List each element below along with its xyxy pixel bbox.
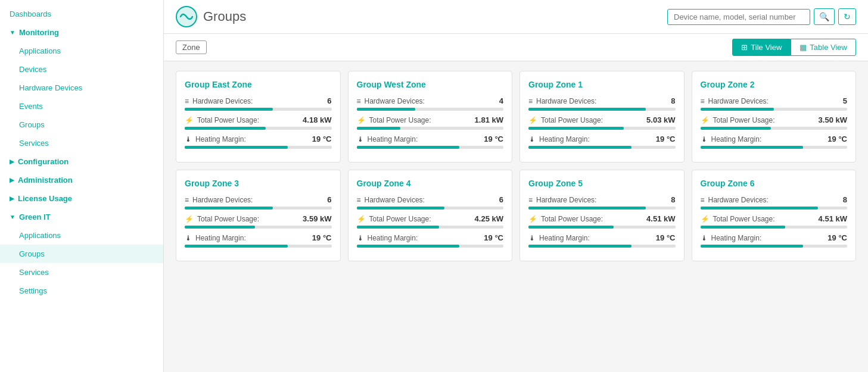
sidebar-item-mon-applications[interactable]: Applications bbox=[0, 42, 163, 60]
card-title[interactable]: Group Zone 4 bbox=[357, 179, 504, 188]
card-temp-row: 🌡 Heating Margin: 19 °C bbox=[185, 135, 332, 143]
power-label: Total Power Usage: bbox=[369, 215, 475, 223]
card-hw-row: ≡ Hardware Devices: 5 bbox=[701, 96, 848, 105]
temp-progress-wrap bbox=[185, 245, 332, 248]
hardware-icon: ≡ bbox=[528, 97, 533, 105]
thermometer-icon: 🌡 bbox=[528, 135, 536, 143]
card-title[interactable]: Group Zone 5 bbox=[528, 179, 676, 188]
zone-filter-badge[interactable]: Zone bbox=[176, 40, 207, 54]
sidebar-item-license-usage[interactable]: ▶ License Usage bbox=[0, 189, 163, 208]
power-progress-bar bbox=[185, 226, 255, 229]
card-temp-row: 🌡 Heating Margin: 19 °C bbox=[528, 135, 676, 143]
hw-progress-bar bbox=[701, 207, 818, 210]
hw-label: Hardware Devices: bbox=[536, 97, 671, 105]
hw-progress-wrap bbox=[185, 108, 332, 111]
power-progress-wrap bbox=[357, 226, 504, 229]
power-progress-bar bbox=[701, 226, 786, 229]
main-content: Groups 🔍 ↻ Zone ⊞ Tile View ▦ Table View… bbox=[164, 0, 868, 372]
table-view-button[interactable]: ▦ Table View bbox=[791, 39, 856, 56]
temp-label: Heating Margin: bbox=[711, 234, 828, 242]
temp-value: 19 °C bbox=[484, 233, 503, 242]
power-icon: ⚡ bbox=[185, 215, 194, 223]
hw-progress-wrap bbox=[185, 207, 332, 210]
power-label: Total Power Usage: bbox=[197, 116, 303, 124]
power-icon: ⚡ bbox=[185, 116, 194, 124]
sidebar-item-git-services[interactable]: Services bbox=[0, 263, 163, 282]
power-value: 5.03 kW bbox=[646, 115, 675, 124]
sidebar-item-git-applications[interactable]: Applications bbox=[0, 226, 163, 245]
power-value: 4.18 kW bbox=[303, 115, 331, 124]
power-value: 4.51 kW bbox=[819, 214, 847, 223]
hw-label: Hardware Devices: bbox=[708, 97, 843, 105]
power-value: 3.50 kW bbox=[819, 115, 847, 124]
hw-label: Hardware Devices: bbox=[708, 196, 843, 204]
hw-label: Hardware Devices: bbox=[365, 97, 499, 105]
thermometer-icon: 🌡 bbox=[357, 234, 364, 242]
chevron-down-icon: ▼ bbox=[10, 29, 15, 36]
card-group-west-zone: Group West Zone ≡ Hardware Devices: 4 ⚡ … bbox=[348, 71, 513, 162]
card-title[interactable]: Group Zone 6 bbox=[701, 179, 848, 188]
chevron-right-icon: ▶ bbox=[10, 158, 14, 165]
hw-progress-wrap bbox=[528, 108, 676, 111]
hw-label: Hardware Devices: bbox=[192, 97, 327, 105]
hw-value: 8 bbox=[671, 96, 675, 105]
sidebar-item-green-it[interactable]: ▼ Green IT bbox=[0, 208, 163, 226]
sidebar-item-administration[interactable]: ▶ Administration bbox=[0, 171, 163, 189]
card-hw-row: ≡ Hardware Devices: 6 bbox=[357, 195, 504, 204]
card-power-row: ⚡ Total Power Usage: 4.51 kW bbox=[528, 214, 676, 223]
card-hw-row: ≡ Hardware Devices: 6 bbox=[185, 195, 332, 204]
refresh-button[interactable]: ↻ bbox=[838, 8, 856, 25]
temp-progress-bar bbox=[701, 245, 804, 248]
hw-value: 6 bbox=[327, 195, 331, 204]
card-hw-row: ≡ Hardware Devices: 4 bbox=[357, 96, 504, 105]
sidebar-item-git-groups[interactable]: Groups bbox=[0, 245, 163, 263]
view-toggle: ⊞ Tile View ▦ Table View bbox=[732, 39, 856, 56]
temp-label: Heating Margin: bbox=[368, 234, 484, 242]
card-title[interactable]: Group East Zone bbox=[185, 80, 332, 89]
power-progress-bar bbox=[185, 127, 266, 130]
search-input[interactable] bbox=[667, 9, 810, 25]
card-hw-row: ≡ Hardware Devices: 6 bbox=[185, 96, 332, 105]
power-icon: ⚡ bbox=[528, 215, 537, 223]
hw-value: 6 bbox=[499, 195, 503, 204]
hardware-icon: ≡ bbox=[357, 97, 361, 105]
sidebar-item-mon-services[interactable]: Services bbox=[0, 134, 163, 152]
hw-progress-wrap bbox=[701, 207, 848, 210]
sidebar-item-dashboards[interactable]: Dashboards bbox=[0, 5, 163, 23]
temp-value: 19 °C bbox=[484, 135, 503, 143]
thermometer-icon: 🌡 bbox=[701, 135, 708, 143]
card-power-row: ⚡ Total Power Usage: 4.18 kW bbox=[185, 115, 332, 124]
card-title[interactable]: Group Zone 1 bbox=[528, 80, 676, 89]
temp-progress-bar bbox=[528, 245, 631, 248]
hw-progress-wrap bbox=[357, 207, 504, 210]
hw-value: 5 bbox=[843, 96, 847, 105]
hw-label: Hardware Devices: bbox=[536, 196, 671, 204]
hw-progress-bar bbox=[701, 108, 774, 111]
temp-progress-wrap bbox=[528, 146, 676, 149]
sidebar-item-mon-groups[interactable]: Groups bbox=[0, 115, 163, 134]
temp-value: 19 °C bbox=[656, 135, 676, 143]
tile-view-button[interactable]: ⊞ Tile View bbox=[732, 39, 791, 56]
card-title[interactable]: Group Zone 3 bbox=[185, 179, 332, 188]
sidebar-item-mon-hardware[interactable]: Hardware Devices bbox=[0, 79, 163, 97]
sidebar-item-git-settings[interactable]: Settings bbox=[0, 282, 163, 300]
power-value: 4.25 kW bbox=[475, 214, 503, 223]
header-right: 🔍 ↻ bbox=[667, 8, 856, 25]
hardware-icon: ≡ bbox=[701, 97, 705, 105]
card-title[interactable]: Group West Zone bbox=[357, 80, 504, 89]
temp-value: 19 °C bbox=[827, 233, 847, 242]
sidebar-item-mon-devices[interactable]: Devices bbox=[0, 60, 163, 79]
sidebar-item-mon-events[interactable]: Events bbox=[0, 97, 163, 115]
card-temp-row: 🌡 Heating Margin: 19 °C bbox=[185, 233, 332, 242]
sidebar-item-monitoring[interactable]: ▼ Monitoring bbox=[0, 23, 163, 42]
card-title[interactable]: Group Zone 2 bbox=[701, 80, 848, 89]
thermometer-icon: 🌡 bbox=[185, 234, 192, 242]
power-progress-wrap bbox=[701, 127, 848, 130]
temp-progress-wrap bbox=[357, 245, 504, 248]
search-button[interactable]: 🔍 bbox=[814, 8, 835, 25]
sidebar-item-configuration[interactable]: ▶ Configuration bbox=[0, 152, 163, 171]
chevron-right-icon2: ▶ bbox=[10, 177, 14, 183]
power-progress-bar bbox=[701, 127, 771, 130]
sidebar: Dashboards ▼ Monitoring Applications Dev… bbox=[0, 0, 164, 372]
temp-label: Heating Margin: bbox=[195, 135, 312, 143]
